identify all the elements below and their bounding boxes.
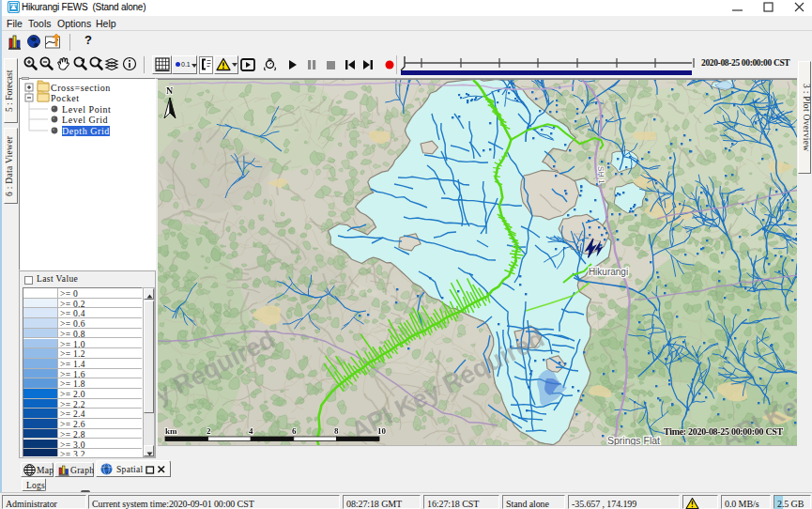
svg-text:6: 6 bbox=[292, 426, 297, 436]
svg-text:Hikurangi: Hikurangi bbox=[589, 267, 628, 277]
svg-text:N: N bbox=[166, 85, 174, 96]
svg-text:Springs Flat: Springs Flat bbox=[607, 435, 660, 445]
svg-text:10: 10 bbox=[377, 426, 387, 436]
svg-text:4: 4 bbox=[249, 426, 253, 436]
svg-text:km: km bbox=[165, 426, 177, 436]
svg-text:8: 8 bbox=[334, 426, 339, 436]
svg-text:2: 2 bbox=[207, 426, 211, 436]
svg-text:Time: 2020-08-25 00:00:00 CST: Time: 2020-08-25 00:00:00 CST bbox=[664, 426, 784, 437]
svg-text:SH 1: SH 1 bbox=[596, 166, 606, 185]
